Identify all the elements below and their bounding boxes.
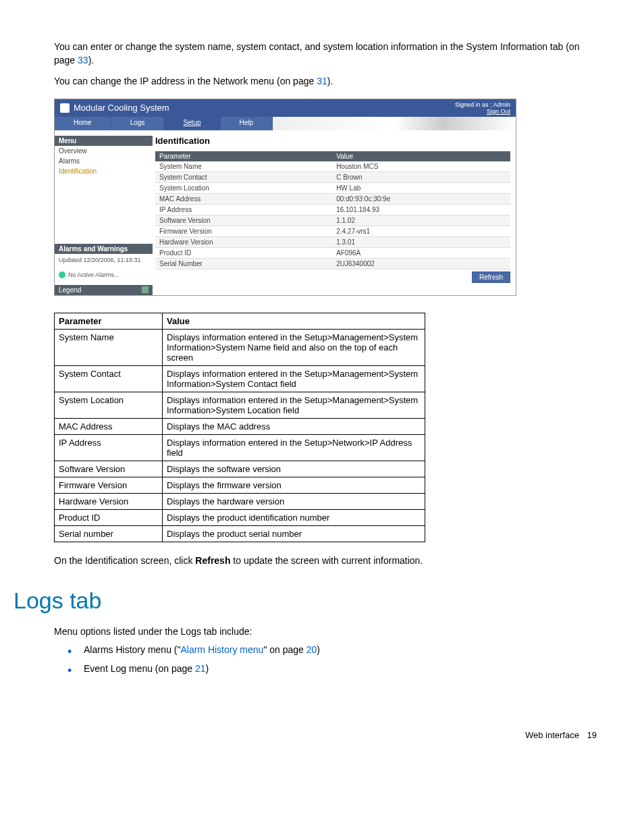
cell-param: System Contact <box>155 172 332 182</box>
intro-text: ). <box>327 76 333 86</box>
table-row: System LocationHW Lab <box>155 182 510 193</box>
table-row: Firmware VersionDisplays the firmware ve… <box>55 477 425 493</box>
intro-paragraph-1: You can enter or change the system name,… <box>54 41 597 67</box>
expand-icon <box>142 286 149 293</box>
cell-param: Serial number <box>55 525 163 542</box>
table-row: IP Address16.101.184.93 <box>155 204 510 215</box>
cell-value: Displays information entered in the Setu… <box>163 365 425 392</box>
table-row: MAC AddressDisplays the MAC address <box>55 418 425 434</box>
th-value: Value <box>332 151 510 161</box>
list-item: Event Log menu (on page 21) <box>68 662 597 676</box>
cell-value: Displays the MAC address <box>163 418 425 434</box>
table-row: Serial Number2UJ6340002 <box>155 258 510 269</box>
cell-value: Displays the product serial number <box>163 525 425 542</box>
cell-value: Displays the product identification numb… <box>163 509 425 525</box>
table-row: IP AddressDisplays information entered i… <box>55 434 425 461</box>
cell-param: Product ID <box>155 247 332 258</box>
table-row: System LocationDisplays information ente… <box>55 392 425 418</box>
intro-text: You can change the IP address in the Net… <box>54 76 317 86</box>
table-row: Serial numberDisplays the product serial… <box>55 525 425 542</box>
cell-value: Displays information entered in the Setu… <box>163 434 425 461</box>
main-panel: Identification Parameter Value System Na… <box>153 130 516 295</box>
intro-text: ). <box>88 55 95 66</box>
legend-bar[interactable]: Legend <box>55 285 153 295</box>
cell-param: Hardware Version <box>55 493 163 509</box>
cell-param: System Contact <box>55 365 163 392</box>
sidebar-item-alarms[interactable]: Alarms <box>55 156 153 166</box>
cell-value: Displays the firmware version <box>163 477 425 493</box>
tab-setup[interactable]: Setup <box>164 117 220 130</box>
no-active-alarms: No Active Alarms... <box>68 271 119 278</box>
page-link-20[interactable]: 20 <box>306 644 317 655</box>
screenshot-identification: Modular Cooling System Signed in as : Ad… <box>54 99 516 296</box>
legend-label: Legend <box>59 286 81 294</box>
cell-value: Houston MCS <box>332 161 510 172</box>
table-row: Firmware Version2.4.27-vrs1 <box>155 226 510 236</box>
cell-param: Product ID <box>55 509 163 525</box>
tab-home[interactable]: Home <box>55 117 111 130</box>
cell-param: MAC Address <box>155 193 332 204</box>
alarms-updated: Updated 12/20/2006, 11:18:31 <box>59 257 149 263</box>
page-heading: Identification <box>155 136 510 146</box>
table-row: Product IDDisplays the product identific… <box>55 509 425 525</box>
cell-value: HW Lab <box>332 182 510 193</box>
cell-param: IP Address <box>55 434 163 461</box>
table-row: Software Version1.1.02 <box>155 215 510 226</box>
cell-value: 16.101.184.93 <box>332 204 510 215</box>
cell-value: 00:d0:93:0c:30:9e <box>332 193 510 204</box>
app-title: Modular Cooling System <box>74 103 169 113</box>
footer-section: Web interface <box>525 730 579 740</box>
th-parameter: Parameter <box>155 151 332 161</box>
table-row: System NameDisplays information entered … <box>55 329 425 365</box>
cell-value: 2UJ6340002 <box>332 258 510 269</box>
nav-tabs: Home Logs Setup Help <box>55 117 273 130</box>
cell-value: C Brown <box>332 172 510 182</box>
table-row: MAC Address00:d0:93:0c:30:9e <box>155 193 510 204</box>
signed-in-label: Signed in as : Admin <box>455 101 510 108</box>
cell-param: Hardware Version <box>155 236 332 247</box>
page-link-31[interactable]: 31 <box>317 76 327 86</box>
app-titlebar: Modular Cooling System Signed in as : Ad… <box>55 99 516 117</box>
banner-graphic <box>273 117 516 130</box>
cell-param: System Location <box>55 392 163 418</box>
list-item: Alarms History menu ("Alarm History menu… <box>68 644 597 657</box>
sidebar-item-overview[interactable]: Overview <box>55 146 153 156</box>
page-link-21[interactable]: 21 <box>195 663 206 674</box>
table-row: Software VersionDisplays the software ve… <box>55 461 425 477</box>
table-row: System NameHouston MCS <box>155 161 510 172</box>
tab-logs[interactable]: Logs <box>111 117 165 130</box>
cell-param: Software Version <box>55 461 163 477</box>
table-row: Hardware Version1.3.01 <box>155 236 510 247</box>
table-row: Hardware VersionDisplays the hardware ve… <box>55 493 425 509</box>
refresh-button[interactable]: Refresh <box>472 271 510 283</box>
cell-value: Displays the software version <box>163 461 425 477</box>
table-row: System ContactDisplays information enter… <box>55 365 425 392</box>
intro-text: You can enter or change the system name,… <box>54 41 579 66</box>
sign-out-link[interactable]: Sign Out <box>455 108 510 115</box>
cell-param: Software Version <box>155 215 332 226</box>
intro-paragraph-2: You can change the IP address in the Net… <box>54 75 597 88</box>
logs-tab-heading: Logs tab <box>14 588 597 614</box>
cell-param: IP Address <box>155 204 332 215</box>
logs-menu-list: Alarms History menu ("Alarm History menu… <box>54 644 597 675</box>
cell-param: Firmware Version <box>55 477 163 493</box>
cell-value: AF096A <box>332 247 510 258</box>
th-parameter: Parameter <box>55 313 163 329</box>
cell-value: Displays the hardware version <box>163 493 425 509</box>
sidebar-item-identification[interactable]: Identification <box>55 166 153 176</box>
cell-value: Displays information entered in the Setu… <box>163 329 425 365</box>
cell-value: 1.3.01 <box>332 236 510 247</box>
cell-param: System Name <box>55 329 163 365</box>
hp-logo-icon <box>60 103 70 113</box>
cell-param: Firmware Version <box>155 226 332 236</box>
tab-help[interactable]: Help <box>221 117 273 130</box>
footer-page-number: 19 <box>587 730 597 740</box>
menu-header: Menu <box>55 136 153 146</box>
cell-value: 2.4.27-vrs1 <box>332 226 510 236</box>
alarm-history-link[interactable]: Alarm History menu <box>180 644 263 655</box>
page-link-33[interactable]: 33 <box>78 55 88 66</box>
parameter-description-table: Parameter Value System NameDisplays info… <box>54 313 425 542</box>
cell-value: 1.1.02 <box>332 215 510 226</box>
table-row: Product IDAF096A <box>155 247 510 258</box>
status-ok-icon <box>59 271 65 278</box>
